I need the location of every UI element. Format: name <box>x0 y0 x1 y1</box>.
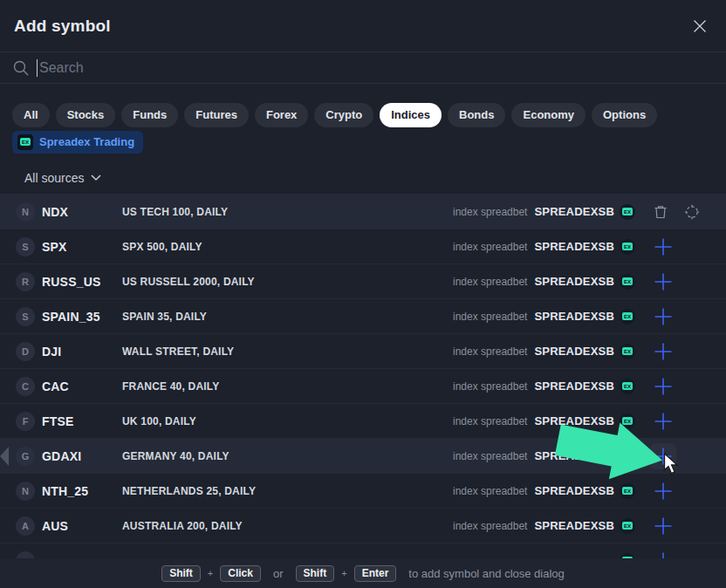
symbol-name: FTSE <box>42 414 122 428</box>
crosshair-icon <box>684 204 700 220</box>
plus-icon <box>654 516 673 536</box>
symbol-avatar: G <box>16 447 35 466</box>
symbol-name: SPAIN_35 <box>42 310 122 324</box>
row-selection-marker <box>0 447 9 466</box>
symbol-name: GDAXI <box>42 449 122 463</box>
symbol-avatar-letter: F <box>23 416 29 427</box>
add-symbol-button[interactable] <box>650 269 676 295</box>
tab-indices[interactable]: Indices <box>380 103 442 127</box>
symbol-avatar-letter: D <box>22 346 29 357</box>
category-tabs: AllStocksFundsFuturesForexCryptoIndicesB… <box>12 103 714 127</box>
symbol-type: index spreadbet <box>453 241 527 253</box>
symbol-row[interactable]: G GDAXI GERMANY 40, DAILY index spreadbe… <box>0 438 726 473</box>
close-button[interactable] <box>688 14 712 38</box>
add-symbol-button[interactable] <box>650 408 676 434</box>
plus-icon <box>654 377 673 396</box>
symbol-row[interactable]: A AUS AUSTRALIA 200, DAILY index spreadb… <box>0 508 726 543</box>
symbol-row[interactable]: F FTSE UK 100, DAILY index spreadbet SPR… <box>0 403 726 438</box>
symbol-type: index spreadbet <box>453 276 527 288</box>
close-icon <box>691 17 709 35</box>
symbol-avatar-letter: A <box>22 521 29 531</box>
spreadex-provider-icon: EX <box>620 518 635 534</box>
symbol-avatar: S <box>16 237 35 256</box>
filter-section: AllStocksFundsFuturesForexCryptoIndicesB… <box>0 84 726 188</box>
spreadex-provider-icon: EX <box>620 483 635 499</box>
add-symbol-button[interactable] <box>650 373 676 400</box>
add-symbol-button[interactable] <box>650 548 676 559</box>
symbol-provider: SPREADEXSB <box>534 449 614 462</box>
tab-all[interactable]: All <box>12 103 50 127</box>
spreadex-provider-icon: EX <box>620 204 635 220</box>
symbol-name: CAC <box>42 379 122 393</box>
symbol-description: US TECH 100, DAILY <box>122 206 453 218</box>
symbol-avatar-letter: C <box>22 381 29 392</box>
symbol-description: SPAIN 35, DAILY <box>122 311 453 323</box>
add-symbol-button[interactable] <box>650 443 676 469</box>
symbol-avatar: S <box>16 307 35 326</box>
highlight-on-chart-button[interactable] <box>684 204 700 220</box>
add-symbol-dialog: Add symbol AllStocksFundsFuturesForexCry… <box>0 0 726 588</box>
symbol-avatar: C <box>16 377 35 396</box>
symbol-provider: SPREADEXSB <box>534 310 614 323</box>
add-symbol-button[interactable] <box>650 478 676 504</box>
add-symbol-button[interactable] <box>650 304 676 330</box>
tab-forex[interactable]: Forex <box>255 103 308 127</box>
symbol-row[interactable]: S SPAIN_35 SPAIN 35, DAILY index spreadb… <box>0 298 726 333</box>
tab-stocks[interactable]: Stocks <box>56 103 116 127</box>
symbol-provider: SPREADEXSB <box>534 414 614 427</box>
add-symbol-button[interactable] <box>650 234 676 260</box>
symbol-provider: SPREADEXSB <box>534 379 614 393</box>
plus-icon <box>654 342 673 361</box>
symbol-name: NTH_25 <box>42 484 122 498</box>
symbol-description: NETHERLANDS 25, DAILY <box>122 485 453 497</box>
tab-futures[interactable]: Futures <box>184 103 249 127</box>
chevron-down-icon <box>91 174 101 181</box>
symbol-row[interactable]: N NTH_25 NETHERLANDS 25, DAILY index spr… <box>0 473 726 508</box>
tab-funds[interactable]: Funds <box>121 103 178 127</box>
add-symbol-button[interactable] <box>650 338 676 365</box>
symbol-avatar: F <box>16 412 35 431</box>
plus-icon <box>654 482 673 501</box>
spreadex-logo-icon: EX <box>17 134 33 150</box>
add-symbol-button[interactable] <box>650 513 676 539</box>
symbol-description: FRANCE 40, DAILY <box>122 380 453 393</box>
sources-dropdown-label: All sources <box>24 171 84 185</box>
symbol-row[interactable]: S SPX SPX 500, DAILY index spreadbet SPR… <box>0 229 726 263</box>
symbol-row[interactable]: R RUSS_US US RUSSELL 2000, DAILY index s… <box>0 263 726 298</box>
symbol-row[interactable]: C CAC FRANCE 40, DAILY index spreadbet S… <box>0 368 726 403</box>
symbol-avatar-letter: R <box>22 277 29 287</box>
tab-economy[interactable]: Economy <box>511 103 586 127</box>
symbol-avatar: N <box>16 482 35 501</box>
symbol-name: DJI <box>42 345 122 359</box>
symbol-description: WALL STREET, DAILY <box>122 345 453 358</box>
symbol-avatar: D <box>16 342 35 361</box>
symbol-type: index spreadbet <box>453 345 527 358</box>
dialog-footer: Shift + Click or Shift + Enter to add sy… <box>0 558 726 588</box>
plus-separator: + <box>341 568 346 578</box>
dialog-header: Add symbol <box>0 0 726 52</box>
tab-options[interactable]: Options <box>592 103 657 127</box>
symbol-row[interactable]: EX <box>0 543 726 558</box>
symbol-row[interactable]: D DJI WALL STREET, DAILY index spreadbet… <box>0 333 726 368</box>
remove-symbol-button[interactable] <box>653 204 668 220</box>
plus-icon <box>654 412 673 431</box>
symbol-avatar-letter: G <box>22 451 30 462</box>
symbol-row[interactable]: N NDX US TECH 100, DAILY index spreadbet… <box>0 194 726 229</box>
symbol-avatar: N <box>16 202 35 222</box>
broker-filter-chip[interactable]: EX Spreadex Trading <box>12 131 143 154</box>
tab-crypto[interactable]: Crypto <box>314 103 373 127</box>
symbol-provider: SPREADEXSB <box>534 519 614 532</box>
symbol-description: SPX 500, DAILY <box>122 241 453 253</box>
search-icon <box>12 59 30 77</box>
broker-chip-label: Spreadex Trading <box>39 135 134 148</box>
enter-key-badge: Enter <box>354 565 397 582</box>
plus-icon <box>654 272 673 291</box>
tab-bonds[interactable]: Bonds <box>448 103 505 127</box>
spreadex-provider-icon: EX <box>620 344 635 359</box>
symbol-list: N NDX US TECH 100, DAILY index spreadbet… <box>0 194 726 558</box>
text-cursor <box>37 59 38 77</box>
sources-dropdown[interactable]: All sources <box>24 168 101 188</box>
search-input[interactable] <box>39 60 714 76</box>
symbol-type: index spreadbet <box>453 311 527 323</box>
or-text: or <box>273 567 284 580</box>
